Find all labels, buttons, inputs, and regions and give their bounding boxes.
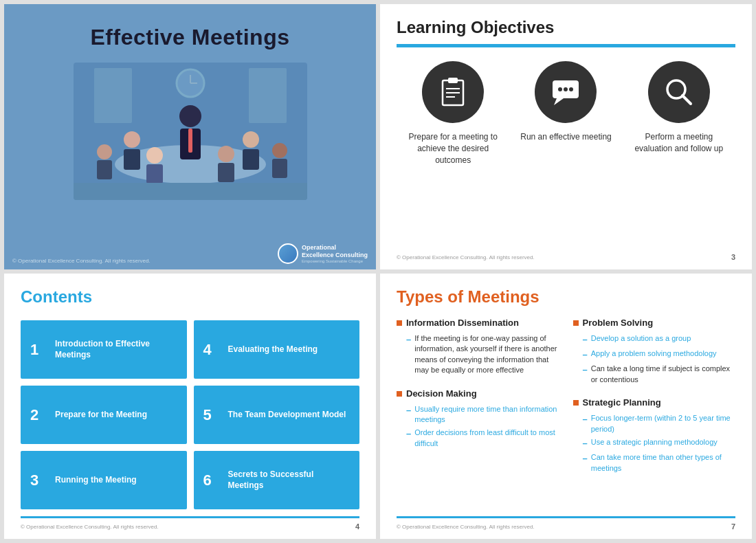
content-item-4[interactable]: 4 Evaluating the Meeting bbox=[194, 320, 360, 379]
type-sub-item-prob-3: – Can take a long time if subject is com… bbox=[583, 364, 736, 385]
objective-icon-2 bbox=[535, 61, 597, 123]
type-heading-strategic: Strategic Planning bbox=[573, 397, 736, 408]
slide-3-footer: © Operational Excellence Consulting. All… bbox=[21, 516, 359, 531]
content-item-1[interactable]: 1 Introduction to Effective Meetings bbox=[21, 320, 187, 379]
content-label-5: The Team Development Model bbox=[228, 410, 346, 421]
objectives-row: Prepare for a meeting to achieve the des… bbox=[397, 61, 735, 247]
type-sub-text-prob-1: Develop a solution as a group bbox=[591, 333, 691, 344]
svg-rect-18 bbox=[146, 164, 163, 184]
objective-text-1: Prepare for a meeting to achieve the des… bbox=[403, 131, 502, 166]
objective-icon-1 bbox=[422, 61, 484, 123]
svg-point-6 bbox=[179, 105, 201, 127]
slide-2-copyright: © Operational Excellence Consulting. All… bbox=[397, 254, 535, 261]
content-num-3: 3 bbox=[30, 472, 47, 489]
type-sub-item-prob-2: – Apply a problem solving methodology bbox=[583, 348, 736, 361]
content-num-6: 6 bbox=[203, 472, 220, 489]
type-section-problem: Problem Solving – Develop a solution as … bbox=[573, 318, 736, 516]
svg-rect-20 bbox=[218, 163, 234, 182]
slide-3: Contents 1 Introduction to Effective Mee… bbox=[4, 274, 376, 539]
type-bullet-info bbox=[397, 320, 402, 326]
type-sub-list-info: – If the meeting is for one-way passing … bbox=[397, 333, 559, 379]
slide-1: Effective Meetings bbox=[4, 4, 376, 269]
type-sub-list-problem: – Develop a solution as a group – Apply … bbox=[573, 333, 736, 388]
type-section-info: Information Dissemination – If the meeti… bbox=[397, 318, 559, 516]
svg-point-15 bbox=[272, 143, 287, 158]
svg-rect-8 bbox=[188, 129, 192, 153]
type-sub-text-strat-3: Can take more time than other types of m… bbox=[591, 452, 735, 474]
content-item-5[interactable]: 5 The Team Development Model bbox=[194, 386, 360, 444]
content-num-1: 1 bbox=[30, 341, 47, 359]
content-num-2: 2 bbox=[30, 406, 47, 424]
slide-4: Types of Meetings Information Disseminat… bbox=[380, 274, 752, 539]
slide-2: Learning Objectives Prepare for a meetin… bbox=[380, 4, 752, 269]
content-label-4: Evaluating the Meeting bbox=[228, 344, 318, 355]
objective-text-3: Perform a meeting evaluation and follow … bbox=[630, 131, 729, 155]
svg-point-11 bbox=[97, 144, 112, 159]
type-sub-text-prob-3: Can take a long time if subject is compl… bbox=[591, 364, 735, 385]
type-sub-item-strat-2: – Use a strategic planning methodology bbox=[583, 437, 736, 450]
type-sub-text-info-1: If the meeting is for one-way passing of… bbox=[414, 333, 559, 376]
content-item-3[interactable]: 3 Running the Meeting bbox=[21, 451, 187, 509]
content-item-6[interactable]: 6 Secrets to Successful Meetings bbox=[194, 451, 360, 509]
type-sub-item-prob-1: – Develop a solution as a group bbox=[583, 333, 736, 346]
svg-rect-21 bbox=[74, 183, 307, 200]
objective-item-3: Perform a meeting evaluation and follow … bbox=[630, 61, 729, 155]
objective-text-2: Run an effective meeting bbox=[520, 131, 612, 143]
content-num-5: 5 bbox=[203, 406, 220, 424]
content-label-2: Prepare for the Meeting bbox=[55, 410, 147, 421]
svg-rect-12 bbox=[97, 160, 112, 179]
objective-item-2: Run an effective meeting bbox=[516, 61, 615, 143]
svg-point-19 bbox=[218, 146, 234, 162]
type-sub-text-prob-2: Apply a problem solving methodology bbox=[591, 348, 717, 359]
svg-marker-28 bbox=[554, 98, 564, 105]
type-sub-text-strat-1: Focus longer-term (within 2 to 5 year ti… bbox=[591, 413, 735, 434]
svg-point-13 bbox=[243, 131, 259, 148]
svg-rect-23 bbox=[448, 78, 458, 83]
slide-2-num: 3 bbox=[731, 253, 735, 261]
type-sub-item-strat-3: – Can take more time than other types of… bbox=[583, 452, 736, 474]
slide-2-divider bbox=[397, 44, 735, 47]
type-sub-list-strategic: – Focus longer-term (within 2 to 5 year … bbox=[573, 413, 736, 476]
content-label-1: Introduction to Effective Meetings bbox=[55, 339, 177, 360]
type-bullet-problem bbox=[573, 320, 579, 326]
svg-rect-10 bbox=[124, 149, 140, 170]
slide-3-title: Contents bbox=[21, 287, 359, 307]
type-heading-text-strategic: Strategic Planning bbox=[583, 397, 661, 408]
type-bullet-decision bbox=[397, 391, 402, 397]
svg-line-33 bbox=[682, 96, 691, 104]
types-grid: Information Dissemination – If the meeti… bbox=[397, 318, 735, 516]
svg-rect-1 bbox=[249, 68, 287, 123]
logo-name: OperationalExcellence Consulting bbox=[302, 244, 368, 259]
slide-4-copyright: © Operational Excellence Consulting. All… bbox=[397, 524, 535, 530]
type-sub-item-strat-1: – Focus longer-term (within 2 to 5 year … bbox=[583, 413, 736, 434]
objective-icon-3 bbox=[648, 61, 710, 123]
contents-grid: 1 Introduction to Effective Meetings 4 E… bbox=[21, 313, 359, 516]
slide-1-copyright: © Operational Excellence Consulting. All… bbox=[12, 258, 151, 264]
type-sub-text-strat-2: Use a strategic planning methodology bbox=[591, 437, 718, 447]
type-sub-text-dec-1: Usually require more time than informati… bbox=[414, 404, 559, 425]
svg-point-30 bbox=[564, 87, 568, 91]
svg-point-31 bbox=[569, 87, 573, 91]
meeting-illustration bbox=[74, 63, 307, 200]
type-sub-list-decision: – Usually require more time than informa… bbox=[397, 404, 559, 452]
slide-4-num: 7 bbox=[731, 522, 735, 531]
slide-3-copyright: © Operational Excellence Consulting. All… bbox=[21, 524, 159, 530]
content-label-6: Secrets to Successful Meetings bbox=[228, 469, 351, 491]
svg-point-29 bbox=[558, 87, 562, 91]
type-sub-text-dec-2: Order decisions from least difficult to … bbox=[414, 428, 559, 449]
type-heading-problem: Problem Solving bbox=[573, 318, 736, 328]
svg-point-17 bbox=[146, 147, 163, 164]
slide-4-footer: © Operational Excellence Consulting. All… bbox=[397, 516, 735, 531]
type-heading-decision: Decision Making bbox=[397, 388, 559, 399]
content-item-2[interactable]: 2 Prepare for the Meeting bbox=[21, 386, 187, 444]
slide-2-title: Learning Objectives bbox=[397, 18, 735, 37]
type-heading-text-decision: Decision Making bbox=[406, 388, 477, 399]
slide-1-footer: © Operational Excellence Consulting. All… bbox=[12, 243, 368, 264]
content-num-4: 4 bbox=[203, 341, 220, 359]
slide-2-footer: © Operational Excellence Consulting. All… bbox=[397, 247, 735, 261]
type-sub-item-dec-1: – Usually require more time than informa… bbox=[406, 404, 559, 425]
slide-4-title: Types of Meetings bbox=[397, 287, 735, 307]
svg-point-9 bbox=[124, 131, 140, 148]
slide-1-title: Effective Meetings bbox=[91, 25, 290, 50]
logo-tagline: Empowering Sustainable Change bbox=[302, 259, 368, 263]
